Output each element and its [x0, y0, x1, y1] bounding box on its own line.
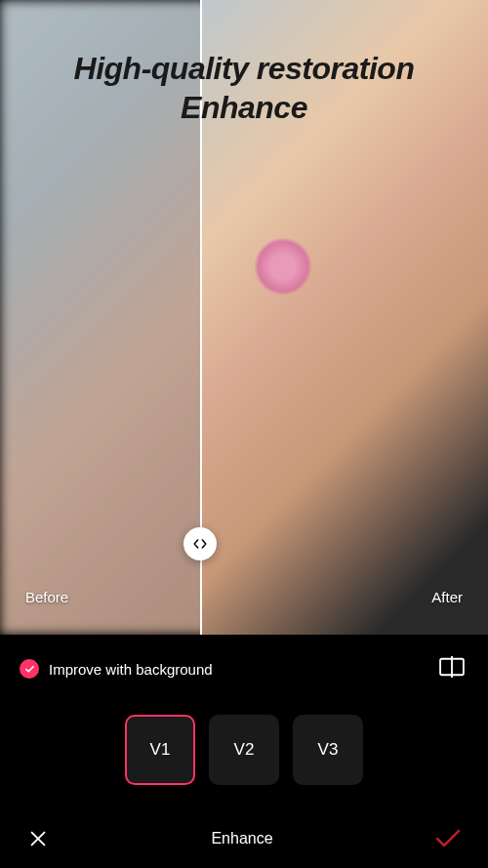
after-label: After — [431, 589, 463, 605]
checkbox-checked-icon — [20, 659, 39, 679]
close-icon — [27, 828, 49, 849]
compare-split-icon — [439, 656, 465, 678]
headline-line-1: High-quality restoration — [20, 49, 468, 88]
drag-horizontal-icon — [193, 537, 207, 551]
version-button-v1[interactable]: V1 — [125, 715, 195, 785]
controls-panel: Improve with background V1 V2 V3 Enhance — [0, 635, 488, 868]
tool-title: Enhance — [211, 830, 272, 847]
comparison-slider-handle[interactable] — [183, 527, 217, 560]
headline-line-2: Enhance — [20, 88, 468, 127]
promo-headline: High-quality restoration Enhance — [0, 49, 488, 127]
options-row: Improve with background — [0, 635, 488, 695]
comparison-preview: High-quality restoration Enhance Before … — [0, 0, 488, 635]
version-button-v2[interactable]: V2 — [209, 715, 279, 785]
check-icon — [435, 829, 461, 848]
confirm-button[interactable] — [429, 823, 467, 854]
bottom-toolbar: Enhance — [0, 809, 488, 868]
version-button-v3[interactable]: V3 — [293, 715, 363, 785]
background-toggle[interactable]: Improve with background — [20, 659, 213, 679]
compare-toggle-button[interactable] — [435, 652, 468, 685]
version-selector: V1 V2 V3 — [0, 715, 488, 785]
cancel-button[interactable] — [21, 822, 55, 855]
background-toggle-label: Improve with background — [49, 661, 213, 678]
before-label: Before — [25, 589, 68, 605]
